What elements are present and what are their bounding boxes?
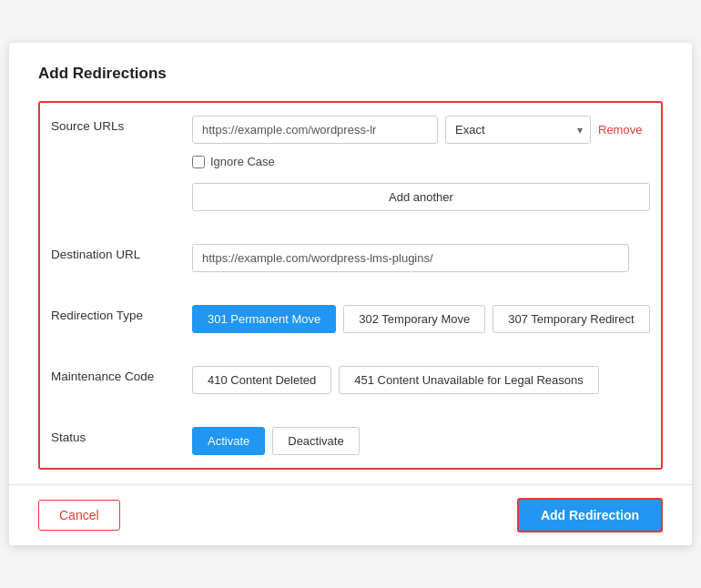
- source-urls-label: Source URLs: [51, 112, 192, 133]
- ignore-case-row: Ignore Case: [192, 155, 650, 168]
- status-controls: Activate Deactivate: [192, 423, 650, 459]
- status-btn-deactivate[interactable]: Deactivate: [272, 427, 359, 455]
- redirection-type-controls: 301 Permanent Move 302 Temporary Move 30…: [192, 301, 650, 337]
- spacer-3: [40, 346, 661, 353]
- add-redirection-button[interactable]: Add Redirection: [517, 498, 663, 532]
- maint-btn-451[interactable]: 451 Content Unavailable for Legal Reason…: [339, 366, 599, 394]
- ignore-case-label: Ignore Case: [210, 155, 275, 168]
- source-url-input[interactable]: [192, 116, 438, 144]
- modal-footer: Cancel Add Redirection: [9, 484, 692, 545]
- status-buttons-group: Activate Deactivate: [192, 427, 650, 455]
- redirection-type-row: Redirection Type 301 Permanent Move 302 …: [40, 292, 661, 346]
- maintenance-code-row: Maintenance Code 410 Content Deleted 451…: [40, 353, 661, 407]
- add-another-button[interactable]: Add another: [192, 183, 650, 211]
- destination-url-controls: [192, 240, 650, 276]
- redir-btn-302[interactable]: 302 Temporary Move: [343, 305, 485, 333]
- maintenance-buttons-group: 410 Content Deleted 451 Content Unavaila…: [192, 366, 650, 394]
- modal-body: Add Redirections Source URLs Exact Regex…: [9, 43, 692, 484]
- page-title: Add Redirections: [38, 65, 663, 83]
- spacer-2: [40, 285, 661, 292]
- spacer-1: [40, 224, 661, 231]
- redirection-buttons-group: 301 Permanent Move 302 Temporary Move 30…: [192, 305, 650, 333]
- remove-link[interactable]: Remove: [598, 123, 642, 137]
- match-type-select-wrap: Exact Regex Contains: [445, 116, 591, 144]
- maintenance-code-label: Maintenance Code: [51, 362, 192, 383]
- status-label: Status: [51, 423, 192, 444]
- redir-btn-301[interactable]: 301 Permanent Move: [192, 305, 336, 333]
- destination-url-row: Destination URL: [40, 231, 661, 285]
- ignore-case-checkbox[interactable]: [192, 156, 205, 168]
- match-type-select[interactable]: Exact Regex Contains: [445, 116, 591, 144]
- source-urls-row: Source URLs Exact Regex Contains Remove: [40, 103, 661, 224]
- destination-url-input[interactable]: [192, 244, 629, 272]
- redirection-type-label: Redirection Type: [51, 301, 192, 322]
- add-redirections-modal: Add Redirections Source URLs Exact Regex…: [9, 43, 692, 545]
- source-url-input-row: Exact Regex Contains Remove: [192, 116, 650, 144]
- status-row: Status Activate Deactivate: [40, 414, 661, 468]
- maint-btn-410[interactable]: 410 Content Deleted: [192, 366, 331, 394]
- spacer-4: [40, 407, 661, 414]
- destination-url-label: Destination URL: [51, 240, 192, 261]
- status-btn-activate[interactable]: Activate: [192, 427, 265, 455]
- redir-btn-307[interactable]: 307 Temporary Redirect: [493, 305, 650, 333]
- form-section: Source URLs Exact Regex Contains Remove: [38, 101, 663, 470]
- cancel-button[interactable]: Cancel: [38, 500, 120, 531]
- source-urls-controls: Exact Regex Contains Remove Ignore Case …: [192, 112, 650, 215]
- maintenance-code-controls: 410 Content Deleted 451 Content Unavaila…: [192, 362, 650, 398]
